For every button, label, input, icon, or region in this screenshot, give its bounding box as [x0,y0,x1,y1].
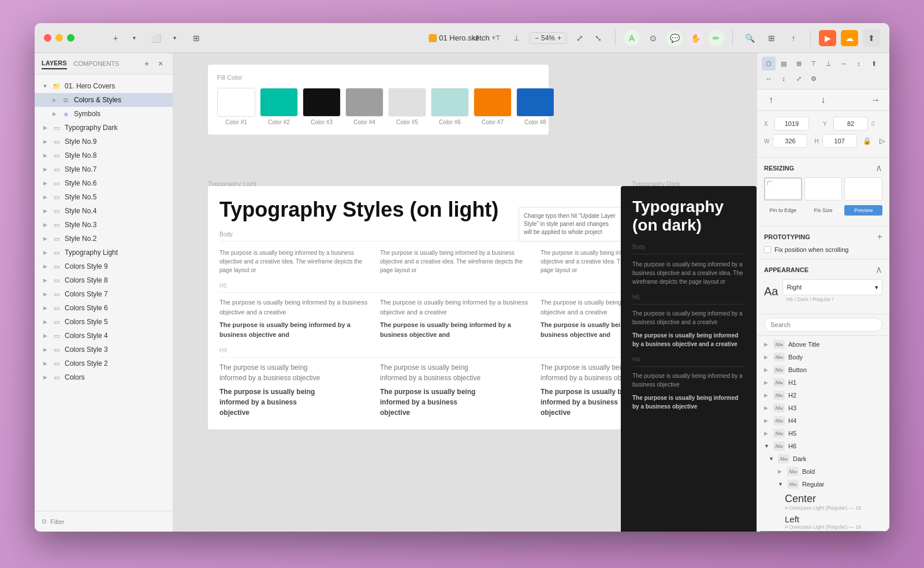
filter-label[interactable]: Filter [50,518,64,525]
sidebar-item-style5[interactable]: ▶ ▭ Style No.5 [35,190,173,204]
rp-grid-icon[interactable]: ⊞ [792,57,806,70]
play-button[interactable]: ▶ [819,30,836,46]
sidebar-item-colors-style4[interactable]: ▶ ▭ Colors Style 4 [35,329,173,343]
rp-distribute-icon[interactable]: ⊥ [822,57,836,70]
sidebar-item-colors-style5[interactable]: ▶ ▭ Colors Style 5 [35,315,173,329]
insert-dropdown[interactable]: ▾ [125,29,143,47]
y-input[interactable] [833,117,868,131]
scale-button[interactable]: ⤡ [590,29,607,47]
ts-item-h6-dark-regular[interactable]: ▼ Abc Regular [757,478,889,491]
sidebar-item-colors-styles[interactable]: ▶ ⧉ Colors & Styles [35,93,173,107]
rp-flip-v-icon[interactable]: ↕ [777,72,791,86]
ts-item-h6[interactable]: ▼ Abc H6 [757,440,889,452]
minimize-button[interactable] [55,34,63,42]
resizing-cell-topcenter[interactable] [804,177,843,201]
ts-item-above-title[interactable]: ▶ Abc Above Title [757,338,889,351]
title-dropdown-arrow[interactable]: ▾ [492,34,495,42]
rp-arrow-up-icon[interactable]: ↑ [764,93,778,107]
fit-button[interactable]: ⤢ [571,29,588,47]
search-icon[interactable]: 🔍 [741,29,758,47]
rp-align-icon[interactable]: ⊤ [807,57,821,70]
rp-inspect-icon[interactable]: ⬡ [762,57,776,70]
tab-layers[interactable]: LAYERS [42,58,67,69]
sidebar-item-colors-style8[interactable]: ▶ ▭ Colors Style 8 [35,273,173,287]
expand-icon[interactable]: ▷ [875,134,889,148]
x-input[interactable] [774,117,809,131]
rp-share-icon[interactable]: ⬆ [867,57,881,70]
sidebar-item-style7[interactable]: ▶ ▭ Style No.7 [35,162,173,176]
zoom-minus[interactable]: − [535,34,539,42]
sidebar-item-colors-style3[interactable]: ▶ ▭ Colors Style 3 [35,343,173,357]
mirror-icon[interactable]: ⊙ [644,29,662,47]
sidebar-item-typo-light[interactable]: ▶ ▭ Typography Light [35,246,173,259]
lock-icon[interactable]: 🔒 [860,134,874,148]
share-icon[interactable]: A [624,30,640,46]
sidebar-item-hero-covers[interactable]: ▼ 📁 01. Hero Covers [35,79,173,93]
canvas-area[interactable]: Fill Color Color #1 Color #2 Color #3 [173,53,757,532]
sidebar-add-btn[interactable]: + [141,58,152,69]
zoom-plus[interactable]: + [557,34,561,42]
comment-icon[interactable]: 💬 [666,30,683,46]
rp-space-h-icon[interactable]: ↔ [837,57,851,70]
fix-size-label[interactable]: Fix Size [804,205,843,216]
pencil-icon[interactable]: ✏ [708,30,724,46]
resizing-collapse-btn[interactable]: ∧ [875,164,882,173]
resizing-cell-topleft[interactable] [764,177,802,201]
ts-item-h5[interactable]: ▶ Abc H5 [757,427,889,440]
frame-button[interactable]: ⬜ [147,29,165,47]
sidebar-close-btn[interactable]: × [155,58,166,69]
ts-item-h3[interactable]: ▶ Abc H3 [757,402,889,414]
ts-item-h6-dark-bold[interactable]: ▶ Abc Bold [757,465,889,478]
ts-item-h2[interactable]: ▶ Abc H2 [757,389,889,402]
style-search-input[interactable] [764,318,882,332]
share-button[interactable]: ⬆ [863,29,880,47]
resizing-cell-topright[interactable] [844,177,882,201]
w-input[interactable] [773,134,807,148]
sidebar-item-colors-style6[interactable]: ▶ ▭ Colors Style 6 [35,301,173,315]
component-icon[interactable]: ⊞ [763,29,780,47]
sidebar-item-style2[interactable]: ▶ ▭ Style No.2 [35,232,173,246]
sidebar-item-colors[interactable]: ▶ ▭ Colors [35,370,173,384]
ts-item-h4[interactable]: ▶ Abc H4 [757,414,889,427]
cloud-icon[interactable]: ☁ [841,30,858,46]
fix-scroll-checkbox[interactable] [764,246,771,253]
frame-dropdown[interactable]: ▾ [166,29,183,47]
ts-item-button[interactable]: ▶ Abc Button [757,363,889,376]
rp-settings-icon[interactable]: ⚙ [807,72,821,86]
ts-preview-left[interactable]: Left ≡ Overpass Light (Regular) — 16 [757,512,889,531]
rp-layout-icon[interactable]: ▤ [777,57,791,70]
add-button[interactable]: + [107,29,124,47]
sidebar-item-colors-style9[interactable]: ▶ ▭ Colors Style 9 [35,259,173,273]
font-select[interactable]: Right ▾ H6 / Dark / Regular / [783,279,882,303]
tab-components[interactable]: COMPONENTS [74,60,120,67]
sidebar-item-style8[interactable]: ▶ ▭ Style No.8 [35,149,173,162]
sidebar-item-colors-style2[interactable]: ▶ ▭ Colors Style 2 [35,357,173,370]
ts-preview-right[interactable]: Right ≡ Overpass Light (Regular) — 16 [759,531,887,532]
align-bottom[interactable]: ⊥ [508,29,525,47]
sidebar-item-typography-dark[interactable]: ▶ ▭ Typography Dark [35,121,173,135]
ts-item-h6-dark[interactable]: ▼ Abc Dark [757,452,889,465]
maximize-button[interactable] [67,34,74,42]
font-style-display[interactable]: Right ▾ [783,279,882,295]
grid-button[interactable]: ⊞ [188,29,205,47]
export-icon[interactable]: ↑ [785,29,802,47]
sidebar-item-style9[interactable]: ▶ ▭ Style No.9 [35,135,173,149]
sidebar-item-style3[interactable]: ▶ ▭ Style No.3 [35,218,173,232]
pin-edge-label[interactable]: Pin to Edge [764,205,802,216]
ts-item-body[interactable]: ▶ Abc Body [757,351,889,363]
rp-expand-icon[interactable]: ⤢ [792,72,806,86]
appearance-collapse-btn[interactable]: ∧ [875,265,882,274]
h-input[interactable] [822,134,857,148]
sidebar-item-colors-style7[interactable]: ▶ ▭ Colors Style 7 [35,287,173,301]
sidebar-item-style4[interactable]: ▶ ▭ Style No.4 [35,204,173,218]
rp-space-v-icon[interactable]: ↕ [852,57,866,70]
ts-preview-center[interactable]: Center ≡ Overpass Light (Regular) — 16 [757,491,889,512]
rp-arrow-right-icon[interactable]: → [869,93,882,107]
sidebar-item-style6[interactable]: ▶ ▭ Style No.6 [35,176,173,190]
rp-flip-h-icon[interactable]: ↔ [762,72,776,86]
prototyping-add-btn[interactable]: + [877,232,882,242]
preview-label[interactable]: Preview [844,205,882,216]
rp-down-icon[interactable]: ↓ [817,93,830,107]
hand-icon[interactable]: ✋ [687,30,703,46]
sidebar-item-symbols[interactable]: ▶ ◈ Symbols [35,107,173,121]
